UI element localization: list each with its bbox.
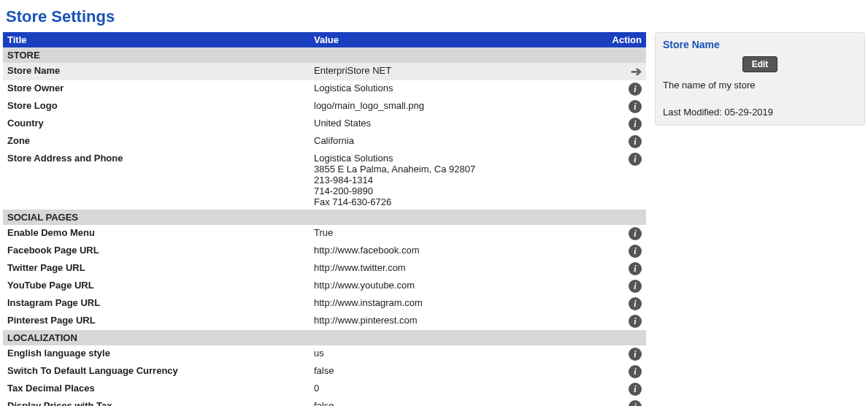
row-action: i [608,363,646,380]
table-row[interactable]: Facebook Page URLhttp://www.facebook.com… [3,242,646,260]
info-icon[interactable]: i [629,297,642,310]
row-title: YouTube Page URL [3,277,310,295]
info-icon[interactable]: i [629,227,642,240]
table-row[interactable]: Store Logologo/main_logo_small.pngi [3,98,646,115]
info-icon[interactable]: i [629,135,642,148]
info-icon[interactable]: i [629,100,642,113]
row-title: Enable Demo Menu [3,225,310,242]
info-icon[interactable]: i [629,118,642,131]
side-description: The name of my store [663,80,857,91]
table-row[interactable]: ZoneCaliforniai [3,133,646,150]
row-value: false [310,398,608,406]
row-title: Facebook Page URL [3,242,310,260]
row-action: i [608,115,646,133]
row-value: EnterpriStore NET [310,63,608,80]
info-icon[interactable]: i [629,315,642,328]
row-value: Logistica Solutions 3855 E La Palma, Ana… [310,150,608,210]
table-row[interactable]: English language styleusi [3,345,646,363]
row-title: Store Name [3,63,310,80]
row-action: i [608,295,646,313]
row-title: Tax Decimal Places [3,380,310,398]
side-last-modified: Last Modified: 05-29-2019 [663,107,857,118]
settings-table-container: Title Value Action STOREStore NameEnterp… [3,32,646,406]
section-header: LOCALIZATION [3,330,646,345]
row-action: i [608,98,646,115]
col-value: Value [310,32,608,47]
row-action: i [608,260,646,277]
info-icon[interactable]: i [629,348,642,361]
table-row[interactable]: Pinterest Page URLhttp://www.pinterest.c… [3,313,646,330]
row-title: Switch To Default Language Currency [3,363,310,380]
row-value: http://www.pinterest.com [310,313,608,330]
info-icon[interactable]: i [629,153,642,166]
page-title: Store Settings [3,3,865,32]
table-row[interactable]: YouTube Page URLhttp://www.youtube.comi [3,277,646,295]
row-value: logo/main_logo_small.png [310,98,608,115]
section-header-label: SOCIAL PAGES [3,210,646,225]
edit-button[interactable]: Edit [742,56,778,72]
info-icon[interactable]: i [629,365,642,378]
info-icon[interactable]: i [629,245,642,258]
row-title: Zone [3,133,310,150]
row-action: i [608,242,646,260]
table-row[interactable]: Store Address and PhoneLogistica Solutio… [3,150,646,210]
section-header-label: STORE [3,47,646,63]
info-icon[interactable]: i [629,262,642,275]
table-row[interactable]: CountryUnited Statesi [3,115,646,133]
col-title: Title [3,32,310,47]
row-title: Store Address and Phone [3,150,310,210]
table-row[interactable]: Twitter Page URLhttp://www.twitter.comi [3,260,646,277]
info-icon[interactable]: i [629,83,642,96]
row-action: i [608,133,646,150]
row-value: http://www.twitter.com [310,260,608,277]
side-panel: Store Name Edit The name of my store Las… [655,32,865,126]
row-action: i [608,225,646,242]
table-row[interactable]: Display Prices with Taxfalsei [3,398,646,406]
row-value: http://www.youtube.com [310,277,608,295]
row-action: ➔ [608,63,646,80]
info-icon[interactable]: i [629,280,642,293]
section-header: STORE [3,47,646,63]
row-action: i [608,277,646,295]
settings-table: Title Value Action STOREStore NameEnterp… [3,32,646,406]
section-header: SOCIAL PAGES [3,210,646,225]
row-value: http://www.facebook.com [310,242,608,260]
row-title: Instagram Page URL [3,295,310,313]
info-icon[interactable]: i [629,383,642,396]
row-value: True [310,225,608,242]
row-value: Logistica Solutions [310,80,608,98]
table-row[interactable]: Store OwnerLogistica Solutionsi [3,80,646,98]
row-value: California [310,133,608,150]
table-header-row: Title Value Action [3,32,646,47]
row-value: http://www.instagram.com [310,295,608,313]
arrow-right-icon[interactable]: ➔ [631,65,642,78]
table-row[interactable]: Instagram Page URLhttp://www.instagram.c… [3,295,646,313]
row-action: i [608,345,646,363]
side-panel-title: Store Name [663,39,857,50]
section-header-label: LOCALIZATION [3,330,646,345]
row-title: Pinterest Page URL [3,313,310,330]
table-row[interactable]: Store NameEnterpriStore NET➔ [3,63,646,80]
row-value: 0 [310,380,608,398]
row-action: i [608,380,646,398]
row-action: i [608,313,646,330]
row-value: us [310,345,608,363]
table-row[interactable]: Tax Decimal Places0i [3,380,646,398]
row-value: United States [310,115,608,133]
row-title: English language style [3,345,310,363]
col-action: Action [608,32,646,47]
row-value: false [310,363,608,380]
row-title: Country [3,115,310,133]
row-action: i [608,398,646,406]
info-icon[interactable]: i [629,400,642,406]
table-row[interactable]: Switch To Default Language Currencyfalse… [3,363,646,380]
row-title: Twitter Page URL [3,260,310,277]
row-action: i [608,150,646,210]
row-title: Display Prices with Tax [3,398,310,406]
row-action: i [608,80,646,98]
row-title: Store Logo [3,98,310,115]
row-title: Store Owner [3,80,310,98]
table-row[interactable]: Enable Demo MenuTruei [3,225,646,242]
